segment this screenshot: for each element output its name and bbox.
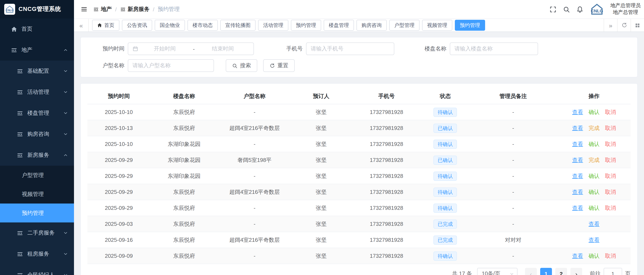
sidebar-item-second-hand-service[interactable]: 二手房服务: [0, 222, 74, 244]
page-button-2[interactable]: 2: [555, 268, 567, 275]
sidebar-item-reservation-mgmt[interactable]: 预约管理: [0, 204, 74, 222]
complete-action-link[interactable]: 完成: [588, 124, 600, 132]
view-action-link[interactable]: 查看: [572, 156, 583, 164]
confirm-action-link[interactable]: 确认: [588, 204, 600, 212]
next-page-icon[interactable]: ›: [570, 268, 582, 275]
tab-market-news[interactable]: 楼市动态: [188, 20, 218, 31]
sidebar-item-purchase-consult[interactable]: 购房咨询: [0, 124, 74, 145]
tabs-scroll-left-icon[interactable]: «: [74, 19, 89, 32]
cell-actions: 查看确认取消: [558, 200, 630, 216]
view-action-link[interactable]: 查看: [572, 124, 583, 132]
view-action-link[interactable]: 查看: [588, 220, 600, 228]
cell-remark: -: [469, 136, 558, 152]
tab-label: 户型管理: [394, 22, 414, 29]
tab-video-mgmt[interactable]: 视频管理: [422, 20, 452, 31]
menu-bars-icon: [11, 47, 17, 53]
confirm-action-link[interactable]: 确认: [588, 188, 600, 196]
sidebar-item-building-mgmt[interactable]: 楼盘管理: [0, 102, 74, 124]
cell-person: 张坚: [291, 104, 351, 120]
page-button-1[interactable]: 1: [540, 268, 552, 275]
tab-reservation-mgmt-active[interactable]: 预约管理: [455, 20, 485, 31]
cancel-action-link[interactable]: 取消: [605, 124, 616, 132]
refresh-icon[interactable]: [617, 19, 630, 32]
user-avatar-cncg-logo-icon[interactable]: CNLG: [590, 2, 604, 16]
confirm-action-link[interactable]: 确认: [588, 252, 600, 260]
tab-label: 预约管理: [460, 22, 480, 29]
search-button[interactable]: 搜索: [226, 59, 257, 72]
page-size-select[interactable]: 10条/页: [477, 268, 518, 275]
sidebar-item-national-broker[interactable]: 全民经纪人: [0, 264, 74, 275]
cancel-action-link[interactable]: 取消: [605, 204, 616, 212]
cancel-action-link[interactable]: 取消: [605, 252, 616, 260]
layout-grid-icon[interactable]: [630, 19, 644, 32]
menu-bars-icon: [17, 272, 23, 275]
sidebar-item-real-estate[interactable]: 地产: [0, 40, 74, 60]
sidebar-item-basic-config[interactable]: 基础配置: [0, 60, 74, 82]
tab-building-mgmt[interactable]: 楼盘管理: [324, 20, 354, 31]
start-date-placeholder[interactable]: 开始时间: [138, 45, 191, 52]
cell-house_type: -: [218, 248, 291, 264]
building-name-input[interactable]: 请输入楼盘名称: [450, 42, 538, 55]
view-action-link[interactable]: 查看: [572, 188, 583, 196]
breadcrumb-item-new-house-service[interactable]: 新房服务: [120, 6, 150, 13]
cell-house_type: 超阔4室216平奇数层: [218, 120, 291, 136]
breadcrumb-separator: /: [115, 6, 117, 12]
status-badge: 已确认: [434, 155, 457, 164]
sidebar-item-video-mgmt[interactable]: 视频管理: [0, 184, 74, 204]
house-type-placeholder: 请输入户型名称: [132, 62, 171, 70]
sidebar-item-label: 地产: [22, 46, 32, 54]
search-icon[interactable]: [563, 6, 570, 13]
end-date-placeholder[interactable]: 结束时间: [196, 45, 249, 52]
cancel-action-link[interactable]: 取消: [605, 188, 616, 196]
sidebar-item-new-house-service[interactable]: 新房服务: [0, 145, 74, 166]
tab-label: 楼市动态: [192, 22, 213, 29]
app-title: CNCG管理系统: [18, 6, 61, 13]
view-action-link[interactable]: 查看: [572, 172, 583, 180]
collapse-sidebar-icon[interactable]: [81, 6, 88, 12]
tab-label: 视频管理: [427, 22, 447, 29]
tab-house-type-mgmt[interactable]: 户型管理: [389, 20, 420, 31]
reservation-table-panel: 预约时间楼盘名称户型名称预订人手机号状态管理员备注操作 2025-10-10东辰…: [80, 83, 638, 275]
tab-activity-mgmt[interactable]: 活动管理: [258, 20, 288, 31]
bell-icon[interactable]: [576, 6, 584, 13]
sidebar-item-activity-mgmt[interactable]: 活动管理: [0, 82, 74, 102]
cell-date: 2025-10-13: [88, 120, 150, 136]
fullscreen-icon[interactable]: [550, 6, 556, 13]
cell-building: 东湖印象花园: [150, 152, 218, 168]
goto-label: 前往: [590, 270, 601, 275]
tab-reservation-mgmt[interactable]: 预约管理: [291, 20, 321, 31]
breadcrumb-item-reservation-mgmt: 预约管理: [158, 6, 180, 13]
date-range-input[interactable]: 开始时间 - 结束时间: [128, 42, 254, 55]
confirm-action-link[interactable]: 确认: [588, 140, 600, 148]
cancel-action-link[interactable]: 取消: [605, 140, 616, 148]
user-info[interactable]: 地产总管理员 地产总管理: [610, 3, 641, 16]
goto-page-input[interactable]: [604, 268, 622, 275]
view-action-link[interactable]: 查看: [572, 140, 583, 148]
cell-building: 东辰悦府: [150, 120, 218, 136]
sidebar-item-house-type-mgmt[interactable]: 户型管理: [0, 166, 74, 184]
cell-actions: 查看完成取消: [558, 152, 630, 168]
tab-banner-carousel[interactable]: 宣传轮播图: [220, 20, 256, 31]
sidebar-item-rental-service[interactable]: 租房服务: [0, 244, 74, 264]
cancel-action-link[interactable]: 取消: [605, 172, 616, 180]
view-action-link[interactable]: 查看: [588, 236, 600, 244]
view-action-link[interactable]: 查看: [572, 252, 583, 260]
confirm-action-link[interactable]: 确认: [588, 108, 600, 116]
breadcrumb-item-real-estate[interactable]: 地产: [93, 6, 112, 13]
view-action-link[interactable]: 查看: [572, 108, 583, 116]
prev-page-icon[interactable]: ‹: [525, 268, 537, 275]
tab-purchase-consult[interactable]: 购房咨询: [356, 20, 387, 31]
house-type-input[interactable]: 请输入户型名称: [128, 59, 214, 72]
tab-notice-info[interactable]: 公告资讯: [122, 20, 152, 31]
view-action-link[interactable]: 查看: [572, 204, 583, 212]
confirm-action-link[interactable]: 确认: [588, 172, 600, 180]
cancel-action-link[interactable]: 取消: [605, 108, 616, 116]
tabs-scroll-right-icon[interactable]: »: [604, 19, 617, 32]
reset-button[interactable]: 重置: [263, 59, 295, 72]
complete-action-link[interactable]: 完成: [588, 156, 600, 164]
phone-input[interactable]: 请输入手机号: [306, 42, 394, 55]
tab-soe-property[interactable]: 国企物业: [155, 20, 185, 31]
tab-home[interactable]: 首页: [92, 20, 120, 31]
sidebar-item-home[interactable]: 首页: [0, 18, 74, 40]
cancel-action-link[interactable]: 取消: [605, 156, 616, 164]
